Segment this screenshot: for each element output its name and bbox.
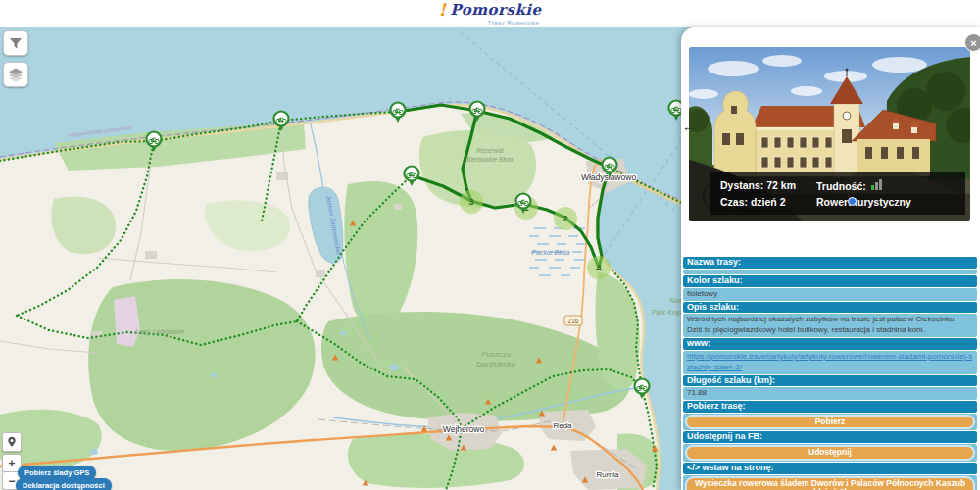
label-reserve-2: Bielawskie Błota [466, 156, 514, 163]
route-stage-marker-2[interactable]: 2 [554, 207, 577, 230]
pomorskie-logo[interactable]: ! Pomorskie Trasy Rowerowe [438, 2, 541, 25]
close-panel-button[interactable]: × [964, 33, 980, 52]
row-label-kolor-szlaku: Kolor szlaku: [683, 275, 977, 287]
embed-route-button[interactable]: Wycieczka rowerowa śladem Dworów i Pałac… [685, 476, 975, 490]
svg-text:216: 216 [568, 318, 579, 324]
photo-prev-arrow[interactable]: ← [682, 120, 695, 134]
caption-difficulty-label: Trudność: [816, 180, 866, 192]
row-label-opis-szlaku: Opis szlaku: [683, 302, 977, 314]
filter-button[interactable] [3, 30, 28, 56]
label-wetland: Puckie Błota [532, 249, 570, 256]
caption-difficulty: Trudność: [816, 179, 956, 192]
row-label-udostepnij-fb: Udostępnij na FB: [683, 431, 977, 443]
route-stage-marker-4[interactable]: 4 [587, 256, 611, 279]
caption-time: Czas: dzień 2 [720, 196, 810, 208]
cursor-dot-icon [848, 197, 857, 206]
route-url-link[interactable]: https://pomorskie.travel/artykuly/artyku… [687, 352, 972, 371]
row-label-wstaw-na-strone: </> wstaw na stronę: [683, 463, 977, 474]
route-photo: Dystans: 72 km Trudność: Czas: dzień 2 R… [689, 47, 970, 220]
row-label-dlugosc-szlaku: Długość szlaku (km): [683, 375, 977, 387]
logo-subtitle: Trasy Rowerowe [438, 20, 541, 25]
row-embed: Wycieczka rowerowa śladem Dworów i Pałac… [683, 475, 977, 490]
row-value-opis-szlaku: Wśród tych najbardziej okazałych zabytkó… [683, 314, 977, 337]
locate-button[interactable] [2, 432, 22, 452]
logo-exclamation-icon: ! [438, 0, 445, 20]
label-town-wejherowo: Wejherowo [443, 424, 485, 434]
svg-text:2: 2 [563, 213, 567, 223]
caption-distance: Dystans: 72 km [720, 179, 810, 192]
row-label-nazwa-trasy: Nazwa trasy: [683, 257, 977, 269]
row-value-nazwa-trasy [683, 270, 977, 274]
row-value-dlugosc-szlaku: 71.88 [683, 387, 977, 400]
download-route-button[interactable]: Pobierz [685, 415, 975, 429]
svg-text:3: 3 [468, 196, 473, 207]
svg-text:4: 4 [596, 262, 602, 272]
location-pin-icon [6, 435, 18, 449]
row-label-www: www: [683, 338, 977, 350]
label-lasy: Lasy Lęborskie [135, 327, 184, 336]
label-town-rumia: Rumia [596, 470, 619, 479]
row-label-pobierz-trase: Pobierz trasę: [683, 401, 977, 413]
filter-icon [8, 35, 24, 51]
label-puszcza: Puszcza [481, 350, 512, 359]
label-town-reda: Reda [553, 421, 572, 430]
share-facebook-button[interactable]: Udostępnij [685, 445, 975, 460]
photo-caption-overlay: Dystans: 72 km Trudność: Czas: dzień 2 R… [710, 172, 965, 215]
row-pobierz: Pobierz [683, 414, 977, 430]
layers-icon [8, 67, 24, 82]
difficulty-bars-icon [871, 179, 882, 190]
route-details-panel: ← [681, 27, 980, 490]
road-shield: 216 [564, 316, 582, 325]
caption-bike-type: Rower: turystyczny [816, 196, 956, 208]
special-area [114, 296, 140, 347]
label-reserve-1: Rezerwat [476, 147, 505, 154]
top-bar: ! Pomorskie Trasy Rowerowe [0, 0, 980, 27]
route-stage-marker-3[interactable]: 3 [460, 190, 483, 214]
route-attributes: Nazwa trasy: Kolor szlaku: fioletowy Opi… [683, 256, 977, 490]
row-value-www: https://pomorskie.travel/artykuly/artyku… [683, 351, 977, 374]
row-udostepnij: Udostępnij [683, 444, 977, 461]
accessibility-declaration-button[interactable]: Deklaracja dostępności [16, 478, 112, 490]
label-puszcza-2: Darżlubska [476, 360, 516, 368]
row-value-kolor-szlaku: fioletowy [683, 288, 977, 301]
layers-button[interactable] [3, 62, 28, 87]
logo-title: Pomorskie [450, 1, 541, 19]
